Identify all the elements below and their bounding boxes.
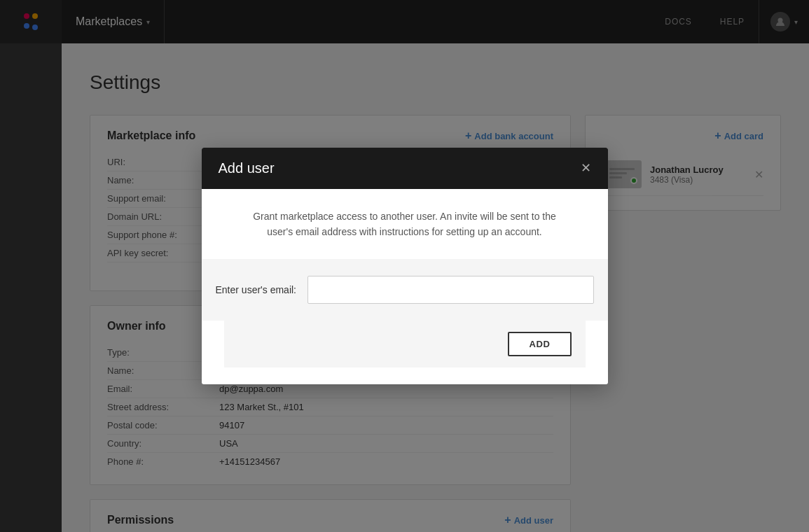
modal-desc-line2: user's email address with instructions f…: [267, 226, 542, 237]
modal-header: Add user ✕: [202, 148, 608, 189]
modal-description: Grant marketplace access to another user…: [224, 209, 586, 240]
modal-form-row: Enter user's email:: [202, 259, 608, 321]
modal-footer: ADD: [224, 321, 586, 368]
add-button[interactable]: ADD: [508, 332, 571, 356]
email-input[interactable]: [307, 276, 594, 304]
email-form-label: Enter user's email:: [216, 284, 297, 295]
modal-desc-line1: Grant marketplace access to another user…: [253, 211, 556, 222]
modal-overlay[interactable]: Add user ✕ Grant marketplace access to a…: [0, 0, 809, 532]
modal-title: Add user: [219, 160, 275, 176]
add-user-modal: Add user ✕ Grant marketplace access to a…: [202, 148, 608, 385]
modal-close-button[interactable]: ✕: [581, 162, 591, 174]
modal-body: Grant marketplace access to another user…: [202, 189, 608, 385]
